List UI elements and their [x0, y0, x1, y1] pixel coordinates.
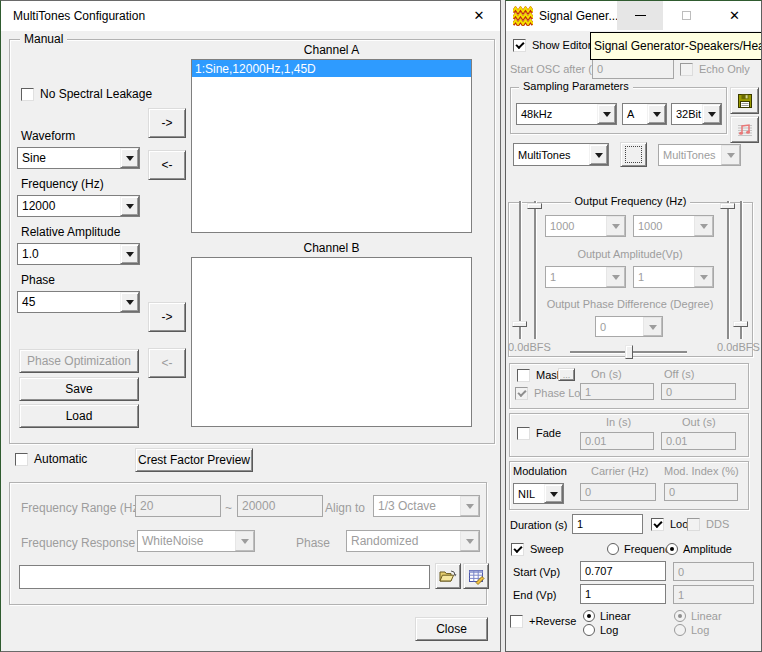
sampling-channel-combo[interactable]: A [622, 103, 667, 125]
start-vp-b-field[interactable]: 0 [673, 562, 754, 581]
fade-checkbox[interactable]: Fade [517, 426, 561, 440]
combo-dropdown-button[interactable] [721, 145, 740, 165]
signal-type-b-combo[interactable]: MultiTones [658, 144, 741, 166]
signal-type-a-combo[interactable]: MultiTones [513, 143, 609, 166]
close-button[interactable]: Close [415, 617, 488, 641]
duration-field[interactable]: 1 [572, 514, 643, 534]
frequency-range-from-field[interactable]: 20 [135, 495, 221, 517]
phase-mode-label: Phase [296, 536, 330, 550]
combo-dropdown-button[interactable] [702, 104, 721, 124]
slider-thumb[interactable] [733, 321, 748, 327]
frequency-range-to-field[interactable]: 20000 [237, 495, 323, 517]
reverse-checkbox[interactable]: +Reverse [510, 614, 576, 628]
range-separator: ~ [225, 501, 232, 515]
sg-minimize-button[interactable] [617, 1, 663, 30]
combo-dropdown-button[interactable] [460, 496, 479, 516]
end-vp-b-field[interactable]: 1 [673, 585, 754, 604]
amplitude-slider-a-inner[interactable] [534, 201, 537, 339]
mod-index-field[interactable]: 0 [664, 483, 738, 501]
open-file-button[interactable] [435, 563, 461, 589]
sg-close-button[interactable]: ✕ [709, 1, 760, 30]
waveform-combo[interactable]: Sine [17, 147, 140, 169]
dds-checkbox[interactable]: DDS [687, 517, 729, 531]
mask-on-field[interactable]: 1 [580, 383, 654, 400]
phase-optimization-button[interactable]: Phase Optimization [19, 349, 139, 373]
sampling-rate-combo[interactable]: 48kHz [516, 103, 617, 125]
button-label: Close [436, 622, 467, 636]
fade-out-field[interactable]: 0.01 [661, 432, 736, 450]
add-to-channel-a-button[interactable]: -> [148, 108, 186, 138]
carrier-field[interactable]: 0 [580, 483, 656, 501]
sg-maximize-button[interactable] [663, 1, 709, 30]
save-signal-button[interactable] [730, 87, 759, 114]
output-frequency-a-combo[interactable]: 1000 [545, 215, 626, 237]
no-spectral-leakage-checkbox[interactable]: No Spectral Leakage [21, 87, 152, 101]
combo-dropdown-button[interactable] [597, 104, 616, 124]
modulation-type-combo[interactable]: NIL [513, 483, 564, 504]
slider-thumb[interactable] [625, 345, 633, 359]
start-vp-field[interactable]: 0.707 [580, 561, 666, 581]
channel-b-listbox[interactable] [191, 257, 472, 427]
combo-dropdown-button[interactable] [694, 216, 713, 236]
align-to-combo[interactable]: 1/3 Octave [373, 495, 480, 517]
sampling-bits-combo[interactable]: 32Bit [671, 103, 722, 125]
sweep-log-radio[interactable]: Log [583, 623, 618, 636]
sweep-checkbox[interactable]: Sweep [511, 542, 564, 556]
show-editor-checkbox[interactable]: Show Editor [513, 38, 591, 52]
save-button[interactable]: Save [19, 377, 139, 401]
phase-mode-combo[interactable]: Randomized [346, 530, 480, 552]
combo-dropdown-button[interactable] [120, 148, 139, 168]
mask-options-button[interactable]: ... [558, 368, 575, 381]
relative-amplitude-combo[interactable]: 1.0 [17, 243, 140, 265]
sweep-amplitude-radio[interactable]: Amplitude [666, 542, 732, 555]
mt-close-button[interactable]: ✕ [457, 1, 501, 30]
echo-only-checkbox[interactable]: Echo Only [680, 62, 750, 76]
slider-thumb[interactable] [720, 203, 735, 209]
load-button[interactable]: Load [19, 404, 139, 428]
channel-a-selected-item[interactable]: 1:Sine,12000Hz,1,45D [192, 60, 471, 77]
combo-dropdown-button[interactable] [120, 196, 139, 216]
mask-off-field[interactable]: 0 [661, 383, 736, 400]
output-phase-combo[interactable]: 0 [595, 316, 663, 337]
combo-dropdown-button[interactable] [606, 267, 625, 287]
sweep-log-b-radio[interactable]: Log [674, 623, 709, 636]
frequency-response-combo[interactable]: WhiteNoise [137, 530, 255, 552]
remove-from-channel-a-button[interactable]: <- [148, 150, 186, 180]
signal-options-button[interactable] [620, 142, 647, 167]
combo-dropdown-button[interactable] [647, 104, 666, 124]
mask-checkbox[interactable]: Mask [517, 368, 562, 382]
tone-editor-button[interactable] [730, 116, 759, 143]
end-vp-field[interactable]: 1 [580, 584, 666, 604]
output-amplitude-b-combo[interactable]: 1 [633, 266, 714, 288]
crest-factor-preview-button[interactable]: Crest Factor Preview [135, 448, 253, 472]
remove-from-channel-b-button[interactable]: <- [148, 348, 186, 378]
fade-in-field[interactable]: 0.01 [580, 432, 654, 450]
edit-tone-table-button[interactable] [463, 563, 489, 589]
output-amplitude-label: Output Amplitude(Vp) [535, 248, 725, 260]
file-path-field[interactable] [19, 565, 430, 589]
combo-dropdown-button[interactable] [460, 531, 479, 551]
amplitude-slider-b-inner[interactable] [727, 201, 730, 339]
combo-dropdown-button[interactable] [120, 244, 139, 264]
amplitude-slider-b-outer[interactable] [740, 201, 743, 339]
combo-dropdown-button[interactable] [120, 292, 139, 312]
combo-dropdown-button[interactable] [544, 484, 563, 503]
slider-thumb[interactable] [512, 321, 527, 327]
start-osc-field[interactable]: 0 [592, 59, 674, 79]
channel-a-listbox[interactable]: 1:Sine,12000Hz,1,45D [191, 59, 472, 233]
automatic-checkbox[interactable]: Automatic [15, 452, 87, 466]
amplitude-slider-a-outer[interactable] [519, 201, 522, 339]
sweep-linear-b-radio[interactable]: Linear [674, 609, 722, 622]
combo-dropdown-button[interactable] [589, 144, 608, 165]
sweep-linear-radio[interactable]: Linear [583, 609, 631, 622]
combo-dropdown-button[interactable] [694, 267, 713, 287]
combo-dropdown-button[interactable] [643, 317, 662, 336]
frequency-combo[interactable]: 12000 [17, 195, 140, 217]
combo-dropdown-button[interactable] [606, 216, 625, 236]
slider-thumb[interactable] [527, 203, 542, 209]
combo-dropdown-button[interactable] [235, 531, 254, 551]
output-amplitude-a-combo[interactable]: 1 [545, 266, 626, 288]
phase-combo[interactable]: 45 [17, 291, 140, 313]
output-frequency-b-combo[interactable]: 1000 [633, 215, 714, 237]
add-to-channel-b-button[interactable]: -> [148, 302, 186, 332]
